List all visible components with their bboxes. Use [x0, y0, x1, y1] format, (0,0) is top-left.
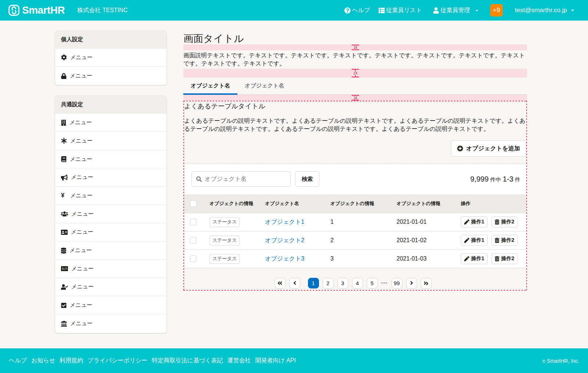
svg-text:16: 16: [353, 46, 358, 50]
svg-text:24: 24: [353, 71, 358, 75]
svg-text:16: 16: [353, 96, 358, 100]
